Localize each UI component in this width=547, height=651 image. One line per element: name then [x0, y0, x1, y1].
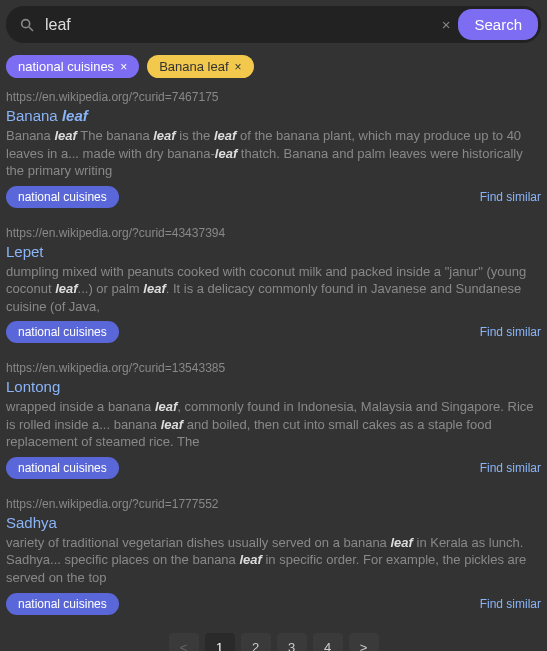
search-icon: [19, 17, 35, 33]
highlight: leaf: [153, 128, 175, 143]
search-input[interactable]: [41, 10, 434, 40]
text-fragment: ...) or palm: [78, 281, 144, 296]
highlight: leaf: [161, 417, 183, 432]
result-tag[interactable]: national cuisines: [6, 457, 119, 479]
result-footer: national cuisinesFind similar: [6, 593, 541, 615]
find-similar-link[interactable]: Find similar: [480, 461, 541, 475]
search-button[interactable]: Search: [458, 9, 538, 40]
search-result: https://en.wikipedia.org/?curid=43437394…: [6, 222, 541, 352]
highlight: leaf: [155, 399, 177, 414]
filter-chip-remove[interactable]: ×: [120, 60, 127, 74]
svg-line-1: [29, 27, 33, 31]
result-url[interactable]: https://en.wikipedia.org/?curid=43437394: [6, 226, 541, 240]
result-footer: national cuisinesFind similar: [6, 321, 541, 343]
pagination-page[interactable]: 2: [241, 633, 271, 651]
find-similar-link[interactable]: Find similar: [480, 597, 541, 611]
highlight: leaf: [55, 281, 77, 296]
highlight: leaf: [62, 107, 88, 124]
result-title[interactable]: Lontong: [6, 378, 541, 395]
search-bar: × Search: [6, 6, 541, 43]
text-fragment: Lepet: [6, 243, 44, 260]
text-fragment: variety of traditional vegetarian dishes…: [6, 535, 390, 550]
filter-chip-label: Banana leaf: [159, 59, 228, 74]
pagination-page[interactable]: 1: [205, 633, 235, 651]
text-fragment: is the: [176, 128, 214, 143]
result-url[interactable]: https://en.wikipedia.org/?curid=1777552: [6, 497, 541, 511]
result-tag[interactable]: national cuisines: [6, 321, 119, 343]
result-url[interactable]: https://en.wikipedia.org/?curid=7467175: [6, 90, 541, 104]
text-fragment: wrapped inside a banana: [6, 399, 155, 414]
pagination-page[interactable]: 3: [277, 633, 307, 651]
highlight: leaf: [54, 128, 76, 143]
result-snippet: wrapped inside a banana leaf, commonly f…: [6, 398, 541, 451]
result-snippet: dumpling mixed with peanuts cooked with …: [6, 263, 541, 316]
svg-point-0: [22, 19, 30, 27]
pagination-page[interactable]: 4: [313, 633, 343, 651]
highlight: leaf: [143, 281, 165, 296]
find-similar-link[interactable]: Find similar: [480, 325, 541, 339]
result-tag[interactable]: national cuisines: [6, 186, 119, 208]
clear-search-button[interactable]: ×: [434, 16, 459, 33]
pagination-next[interactable]: >: [349, 633, 379, 651]
search-result: https://en.wikipedia.org/?curid=1777552S…: [6, 493, 541, 623]
results-list: https://en.wikipedia.org/?curid=7467175B…: [6, 86, 541, 623]
filter-chip-label: national cuisines: [18, 59, 114, 74]
pagination: <1234>: [6, 633, 541, 651]
filter-chips: national cuisines×Banana leaf×: [6, 55, 541, 78]
result-footer: national cuisinesFind similar: [6, 457, 541, 479]
result-snippet: Banana leaf The banana leaf is the leaf …: [6, 127, 541, 180]
text-fragment: Banana: [6, 128, 54, 143]
highlight: leaf: [214, 128, 236, 143]
result-snippet: variety of traditional vegetarian dishes…: [6, 534, 541, 587]
result-url[interactable]: https://en.wikipedia.org/?curid=13543385: [6, 361, 541, 375]
highlight: leaf: [215, 146, 237, 161]
text-fragment: Lontong: [6, 378, 60, 395]
highlight: leaf: [390, 535, 412, 550]
highlight: leaf: [239, 552, 261, 567]
filter-chip[interactable]: Banana leaf×: [147, 55, 253, 78]
filter-chip[interactable]: national cuisines×: [6, 55, 139, 78]
search-result: https://en.wikipedia.org/?curid=7467175B…: [6, 86, 541, 216]
text-fragment: The banana: [77, 128, 153, 143]
result-title[interactable]: Lepet: [6, 243, 541, 260]
filter-chip-remove[interactable]: ×: [235, 60, 242, 74]
search-result: https://en.wikipedia.org/?curid=13543385…: [6, 357, 541, 487]
text-fragment: Sadhya: [6, 514, 57, 531]
result-title[interactable]: Banana leaf: [6, 107, 541, 124]
find-similar-link[interactable]: Find similar: [480, 190, 541, 204]
pagination-prev[interactable]: <: [169, 633, 199, 651]
result-footer: national cuisinesFind similar: [6, 186, 541, 208]
result-tag[interactable]: national cuisines: [6, 593, 119, 615]
text-fragment: Banana: [6, 107, 62, 124]
result-title[interactable]: Sadhya: [6, 514, 541, 531]
